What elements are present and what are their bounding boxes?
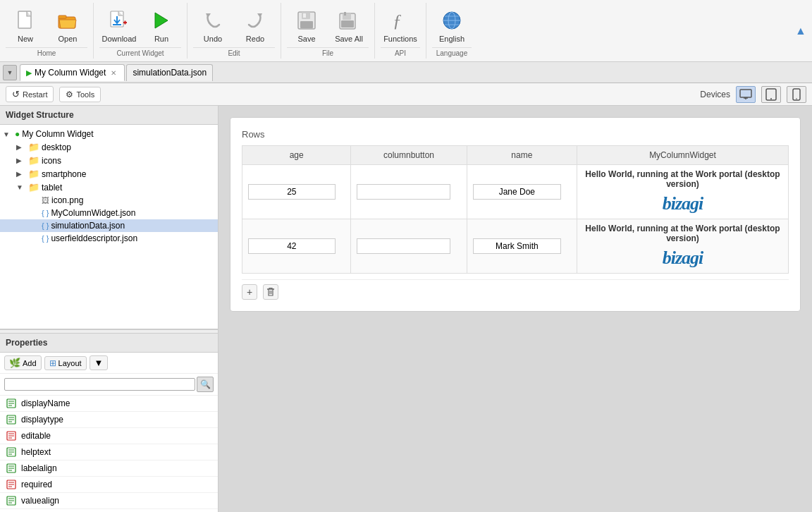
undo-icon: [202, 9, 224, 32]
device-desktop-button[interactable]: [736, 86, 756, 103]
prop-icon-displayname: [6, 398, 17, 409]
save-all-button[interactable]: Save All: [329, 6, 369, 47]
json-file-icon-mycolumnwidget: { }: [42, 209, 49, 217]
tab-my-column-widget-label: My Column Widget: [35, 68, 106, 78]
new-doc-icon: [14, 9, 37, 32]
tree-label-icon-png: icon.png: [51, 195, 83, 205]
restart-label: Restart: [23, 90, 47, 99]
svg-marker-10: [206, 13, 211, 18]
prop-item-editable[interactable]: editable: [0, 428, 218, 444]
rows-label: Rows: [242, 129, 789, 140]
device-phone-button[interactable]: [787, 86, 806, 103]
prop-label-required: required: [21, 480, 52, 489]
tree-expander-smartphone[interactable]: ▶: [16, 170, 26, 178]
properties-header: Properties: [0, 334, 218, 353]
tab-widget-icon: ▶: [26, 68, 32, 78]
prop-icon-displaytype: [6, 414, 17, 425]
content-area: Rows age columnbutton name MyColumnWidge…: [219, 106, 812, 512]
name-input-1[interactable]: [473, 184, 561, 200]
tree-expander-root[interactable]: ▼: [3, 130, 13, 138]
restart-button[interactable]: ↺ Restart: [6, 86, 54, 102]
tree-item-mycolumnwidget-json[interactable]: ▶ { } MyColumnWidget.json: [0, 207, 218, 219]
name-input-2[interactable]: [473, 238, 561, 254]
tree-expander-desktop[interactable]: ▶: [16, 143, 26, 151]
collapse-arrow-icon[interactable]: ▲: [795, 25, 806, 37]
download-button[interactable]: Download: [99, 6, 139, 47]
columnbutton-input-1[interactable]: [357, 184, 450, 200]
preview-table: age columnbutton name MyColumnWidget: [242, 145, 789, 274]
functions-label: Functions: [383, 35, 417, 43]
prop-label-displaytype: displaytype: [21, 415, 63, 425]
add-row-button[interactable]: +: [242, 284, 257, 300]
add-button[interactable]: 🌿 Add: [4, 355, 42, 370]
toolbar-group-api: ƒ Functions API: [375, 3, 426, 59]
prop-item-valuealign[interactable]: valuealign: [0, 493, 218, 509]
redo-button[interactable]: Redo: [235, 6, 275, 47]
device-tablet-button[interactable]: [761, 86, 781, 103]
image-file-icon: 🖼: [42, 196, 49, 205]
tools-label: Tools: [76, 90, 94, 99]
download-label: Download: [102, 35, 137, 43]
prop-label-editable: editable: [21, 431, 51, 441]
tab-simulation-data[interactable]: simulationData.json: [126, 64, 213, 81]
tab-my-column-widget[interactable]: ▶ My Column Widget ✕: [20, 64, 125, 81]
tree-label-userfielddescriptor-json: userfielddescriptor.json: [51, 233, 137, 243]
tab-dropdown[interactable]: ▼: [3, 65, 17, 80]
options-button[interactable]: ▼: [90, 355, 109, 370]
tab-simulation-label: simulationData.json: [133, 68, 207, 78]
home-group-label: Home: [6, 47, 87, 59]
add-label: Add: [23, 359, 37, 367]
tab-close-icon[interactable]: ✕: [109, 68, 118, 78]
redo-icon: [244, 9, 266, 32]
tree-item-smartphone[interactable]: ▶ 📁 smartphone: [0, 167, 218, 181]
globe-icon: [441, 9, 463, 32]
file-group-label: File: [287, 47, 369, 59]
main-toolbar: New Open Home: [0, 0, 812, 62]
language-group-label: Language: [432, 47, 472, 59]
english-button[interactable]: English: [432, 6, 472, 47]
open-button[interactable]: Open: [48, 6, 87, 47]
prop-item-labelalign[interactable]: labelalign: [0, 461, 218, 477]
properties-search-input[interactable]: [4, 378, 195, 391]
prop-item-displayname[interactable]: displayName: [0, 396, 218, 412]
search-button[interactable]: 🔍: [197, 377, 214, 392]
functions-button[interactable]: ƒ Functions: [381, 6, 420, 47]
save-button[interactable]: Save: [287, 6, 326, 47]
json-file-icon-simulationdata: { }: [42, 221, 49, 230]
tree-item-icon-png[interactable]: ▶ 🖼 icon.png: [0, 194, 218, 207]
tree-label-icons: icons: [42, 156, 61, 166]
undo-label: Undo: [204, 35, 222, 43]
save-all-icon: [338, 9, 360, 32]
redo-label: Redo: [246, 35, 264, 43]
prop-item-helptext[interactable]: helptext: [0, 444, 218, 461]
age-input-2[interactable]: [248, 238, 336, 254]
cell-columnbutton-2: [351, 219, 467, 274]
tree-item-userfielddescriptor-json[interactable]: ▶ { } userfielddescriptor.json: [0, 232, 218, 245]
tree-label-desktop: desktop: [42, 142, 71, 152]
layout-button[interactable]: ⊞ Layout: [44, 356, 87, 370]
tree-expander-tablet[interactable]: ▼: [16, 183, 26, 191]
prop-label-valuealign: valuealign: [21, 496, 59, 506]
tree-item-tablet[interactable]: ▼ 📁 tablet: [0, 181, 218, 194]
tree-item-simulationdata-json[interactable]: ▶ { } simulationData.json: [0, 219, 218, 232]
tree-label-simulationdata-json: simulationData.json: [51, 221, 125, 231]
tree-item-icons[interactable]: ▶ 📁 icons: [0, 154, 218, 167]
secondary-toolbar: ↺ Restart ⚙ Tools Devices: [0, 83, 812, 106]
tree-expander-icons[interactable]: ▶: [16, 157, 26, 164]
svg-rect-2: [59, 16, 66, 18]
new-button[interactable]: New: [6, 6, 45, 47]
tools-button[interactable]: ⚙ Tools: [59, 87, 101, 102]
tree-item-desktop[interactable]: ▶ 📁 desktop: [0, 140, 218, 154]
delete-row-button[interactable]: [263, 284, 278, 300]
prop-item-required[interactable]: required: [0, 477, 218, 493]
undo-button[interactable]: Undo: [193, 6, 233, 47]
prop-item-displaytype[interactable]: displaytype: [0, 412, 218, 428]
tree-label-smartphone: smartphone: [42, 169, 86, 179]
svg-marker-3: [59, 20, 76, 28]
tree-item-root[interactable]: ▼ ● My Column Widget: [0, 128, 218, 140]
columnbutton-input-2[interactable]: [357, 238, 450, 254]
age-input-1[interactable]: [248, 184, 336, 200]
toolbar-group-language: English Language: [426, 3, 477, 59]
left-panel: Widget Structure ▼ ● My Column Widget ▶ …: [0, 106, 219, 512]
run-button[interactable]: Run: [142, 6, 181, 47]
